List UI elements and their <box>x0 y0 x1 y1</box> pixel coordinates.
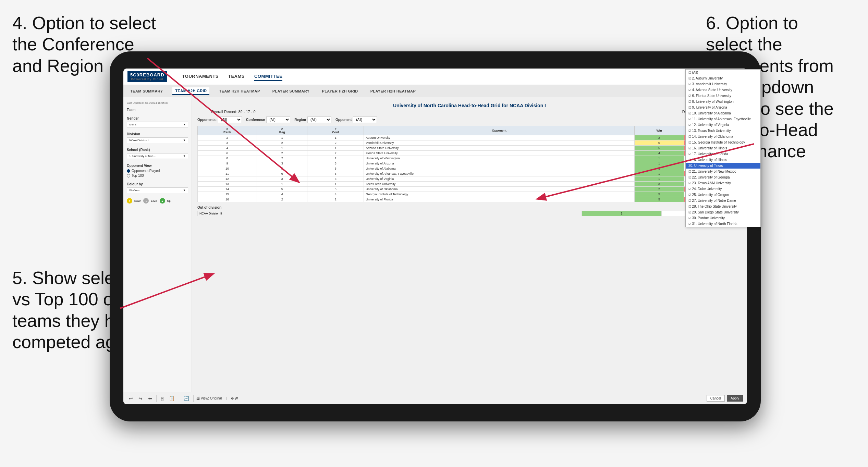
sidebar-gender-label: Gender <box>127 116 188 120</box>
dropdown-item[interactable]: 11. University of Arkansas, Fayetteville <box>686 116 747 122</box>
table-row: 1166University of Arkansas, Fayetteville… <box>198 171 742 176</box>
radio-dot-opponents-played <box>127 169 130 173</box>
dropdown-item[interactable]: 23. Texas A&M University <box>686 180 747 186</box>
sidebar-division-dropdown[interactable]: NCAA Division I ▼ <box>127 137 188 143</box>
table-cell: Texas Tech University <box>364 182 635 187</box>
opponents-filter-group: Opponents: (All) <box>197 116 242 123</box>
dropdown-item[interactable]: 31. University of North Florida <box>686 221 747 227</box>
refresh-button[interactable]: 🔄 <box>182 395 191 402</box>
cancel-button[interactable]: Cancel <box>707 395 725 402</box>
data-table: #Rank #Reg #Conf Opponent Win Loss 211Au… <box>197 126 742 202</box>
opponent-dropdown[interactable]: (All)2. Auburn University3. Vanderbilt U… <box>685 97 747 227</box>
table-cell: 2 <box>635 135 684 140</box>
dropdown-item[interactable]: 20. University of Texas <box>686 163 747 169</box>
sidebar-gender-dropdown[interactable]: Men's ▼ <box>127 122 188 127</box>
dropdown-item[interactable]: 28. The Ohio State University <box>686 204 747 209</box>
table-cell: 1 <box>307 182 364 187</box>
content-area: University of North Carolina Head-to-Hea… <box>192 97 747 392</box>
tablet-screen: 5C0REBOARD Powered by Cloud TOURNAMENTS … <box>123 69 747 404</box>
subnav-player-summary[interactable]: PLAYER SUMMARY <box>270 88 313 95</box>
colour-label: Colour by <box>127 182 188 186</box>
opponent-filter-group: Opponent (All) <box>335 116 377 123</box>
subnav-player-h2h-grid[interactable]: PLAYER H2H GRID <box>319 88 360 95</box>
table-cell: 4 <box>635 151 684 156</box>
dropdown-item[interactable]: 14. University of Oklahoma <box>686 134 747 139</box>
dropdown-item[interactable]: 25. University of Oregon <box>686 192 747 198</box>
table-cell: University of Arizona <box>364 161 635 166</box>
color-legend: ▼ Down ● Level ▲ Up <box>127 198 188 204</box>
back-button[interactable]: ⬅ <box>147 395 154 402</box>
opponents-filter-label: Opponents: <box>197 118 217 122</box>
subnav-team-h2h-grid[interactable]: TEAM H2H GRID <box>172 87 209 95</box>
dropdown-item[interactable]: 12. University of Virginia <box>686 122 747 128</box>
sidebar-school-dropdown[interactable]: 1. University of Nort... ▼ <box>127 153 188 159</box>
paste-button[interactable]: 📋 <box>168 395 176 402</box>
toolbar-separator4: | <box>226 396 227 400</box>
table-cell: 1 <box>635 171 684 176</box>
table-cell: 5 <box>635 197 684 202</box>
table-cell: University of Arkansas, Fayetteville <box>364 171 635 176</box>
table-cell: 1 <box>635 176 684 182</box>
sidebar: Last Updated: 4/11/2024 16:55:38 Team Ge… <box>123 97 192 392</box>
dropdown-item[interactable]: 30. Purdue University <box>686 215 747 221</box>
table-cell: 2 <box>198 135 257 140</box>
radio-opponents-played[interactable]: Opponents Played <box>127 169 188 173</box>
undo-button[interactable]: ↩ <box>127 395 134 402</box>
dropdown-item[interactable]: 22. University of Georgia <box>686 174 747 180</box>
table-cell: 9 <box>198 161 257 166</box>
table-cell: Florida State University <box>364 151 635 156</box>
nav-committee[interactable]: COMMITTEE <box>254 72 283 81</box>
nav-teams[interactable]: TEAMS <box>228 72 245 81</box>
table-cell: 4 <box>307 192 364 197</box>
subnav-team-h2h-heatmap[interactable]: TEAM H2H HEATMAP <box>216 88 262 95</box>
table-row: 411Arizona State University51 <box>198 146 742 151</box>
table-cell: 1 <box>635 156 684 161</box>
subnav-team-summary[interactable]: TEAM SUMMARY <box>127 88 166 95</box>
dropdown-item[interactable]: 24. Duke University <box>686 186 747 192</box>
table-cell: 2 <box>307 140 364 146</box>
radio-top100[interactable]: Top 100 <box>127 174 188 177</box>
conference-filter-label: Conference <box>246 118 265 122</box>
table-wrapper: #Rank #Reg #Conf Opponent Win Loss 211Au… <box>197 126 742 216</box>
dropdown-item[interactable]: 16. University of Illinois <box>686 145 747 151</box>
toolbar-w-label: ⊙ W <box>231 396 238 400</box>
conference-filter-select[interactable]: (All) <box>266 116 290 123</box>
table-cell: 1 <box>257 146 307 151</box>
redo-button[interactable]: ↪ <box>137 395 144 402</box>
table-cell: 2 <box>257 151 307 156</box>
dropdown-item[interactable]: 15. Georgia Institute of Technology <box>686 139 747 145</box>
dropdown-item[interactable]: 17. University of Florida <box>686 151 747 157</box>
table-cell: 1 <box>307 146 364 151</box>
report-title: University of North Carolina Head-to-Hea… <box>197 103 742 108</box>
table-cell: 1 <box>257 182 307 187</box>
table-cell: 12 <box>198 176 257 182</box>
subnav-player-h2h-heatmap[interactable]: PLAYER H2H HEATMAP <box>368 88 419 95</box>
table-cell: 6 <box>257 171 307 176</box>
logo: 5C0REBOARD Powered by Cloud <box>127 71 167 82</box>
opponent-filter-label: Opponent <box>335 118 352 122</box>
dropdown-item[interactable]: 9. University of Arizona <box>686 105 747 110</box>
table-row: 1055University of Alabama30 <box>198 166 742 171</box>
dropdown-item[interactable]: 29. San Diego State University <box>686 209 747 215</box>
apply-button[interactable]: Apply <box>727 395 743 402</box>
opponent-filter-select[interactable]: (All) <box>353 116 377 123</box>
table-cell: 5 <box>257 187 307 192</box>
dropdown-item[interactable]: 13. Texas Tech University <box>686 128 747 134</box>
table-cell: 1 <box>257 135 307 140</box>
table-row: 322Vanderbilt University04 <box>198 140 742 146</box>
dropdown-item[interactable]: 27. University of Notre Dame <box>686 198 747 204</box>
filters-row: Opponents: (All) Conference (All) Region <box>197 116 742 123</box>
nav-tournaments[interactable]: TOURNAMENTS <box>182 72 219 81</box>
table-cell: 3 <box>635 182 684 187</box>
region-filter-group: Region (All) <box>294 116 331 123</box>
dropdown-item[interactable]: 10. University of Alabama <box>686 110 747 116</box>
region-filter-select[interactable]: (All) <box>307 116 331 123</box>
colour-dropdown[interactable]: Win/loss ▼ <box>127 187 188 193</box>
table-cell: 16 <box>198 197 257 202</box>
sidebar-division-section: Division NCAA Division I ▼ <box>127 132 188 143</box>
dropdown-item[interactable]: 21. University of New Mexico <box>686 169 747 174</box>
copy-button[interactable]: ⎘ <box>159 395 165 402</box>
dropdown-item[interactable]: 8. University of Washington <box>686 99 747 105</box>
opponents-filter-select[interactable]: (All) <box>218 116 242 123</box>
dropdown-item[interactable]: 18. University of Illinois <box>686 157 747 163</box>
